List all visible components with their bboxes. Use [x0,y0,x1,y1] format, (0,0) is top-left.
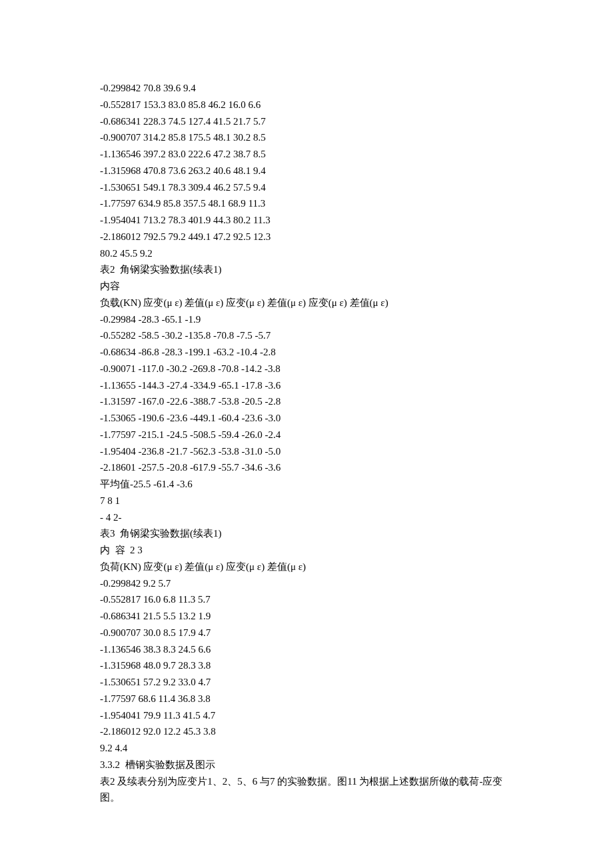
text-line: -0.29984 -28.3 -65.1 -1.9 [100,311,513,328]
text-line: -0.900707 30.0 8.5 17.9 4.7 [100,625,513,641]
text-line: -1.77597 634.9 85.8 357.5 48.1 68.9 11.3 [100,195,513,212]
text-line: -1.315968 48.0 9.7 28.3 3.8 [100,657,513,674]
text-line: -1.77597 -215.1 -24.5 -508.5 -59.4 -26.0… [100,427,513,443]
text-line: 内容 [100,278,513,295]
text-line: -1.315968 470.8 73.6 263.2 40.6 48.1 9.4 [100,163,513,179]
document-body: -0.299842 70.8 39.6 9.4-0.552817 153.3 8… [100,80,513,806]
text-line: 平均值-25.5 -61.4 -3.6 [100,476,513,493]
text-line: -1.53065 -190.6 -23.6 -449.1 -60.4 -23.6… [100,410,513,427]
text-line: -1.136546 38.3 8.3 24.5 6.6 [100,641,513,658]
text-line: -0.90071 -117.0 -30.2 -269.8 -70.8 -14.2… [100,361,513,377]
text-line: -0.55282 -58.5 -30.2 -135.8 -70.8 -7.5 -… [100,327,513,344]
text-line: -0.900707 314.2 85.8 175.5 48.1 30.2 8.5 [100,129,513,146]
text-line: -2.186012 92.0 12.2 45.3 3.8 [100,723,513,740]
text-line: -1.31597 -167.0 -22.6 -388.7 -53.8 -20.5… [100,393,513,410]
text-line: -1.77597 68.6 11.4 36.8 3.8 [100,691,513,707]
text-line: 表2 及续表分别为应变片1、2、5、6 与7 的实验数据。图11 为根据上述数据… [100,773,513,807]
text-line: 表3 角钢梁实验数据(续表1) [100,525,513,542]
text-line: - 4 2- [100,509,513,526]
text-line: 80.2 45.5 9.2 [100,245,513,262]
text-line: -1.530651 57.2 9.2 33.0 4.7 [100,674,513,691]
text-line: -0.552817 16.0 6.8 11.3 5.7 [100,591,513,608]
text-line: -1.954041 713.2 78.3 401.9 44.3 80.2 11.… [100,212,513,229]
text-line: 7 8 1 [100,493,513,509]
text-line: -1.530651 549.1 78.3 309.4 46.2 57.5 9.4 [100,179,513,196]
text-line: -1.954041 79.9 11.3 41.5 4.7 [100,707,513,724]
text-line: 9.2 4.4 [100,740,513,757]
text-line: 负载(KN) 应变(μ ε) 差值(μ ε) 应变(μ ε) 差值(μ ε) 应… [100,295,513,311]
text-line: -1.95404 -236.8 -21.7 -562.3 -53.8 -31.0… [100,443,513,460]
text-line: 3.3.2 槽钢实验数据及图示 [100,757,513,773]
text-line: -0.299842 9.2 5.7 [100,575,513,592]
text-line: -0.299842 70.8 39.6 9.4 [100,80,513,97]
text-line: -1.136546 397.2 83.0 222.6 47.2 38.7 8.5 [100,146,513,163]
text-line: -2.186012 792.5 79.2 449.1 47.2 92.5 12.… [100,229,513,245]
text-line: -0.686341 21.5 5.5 13.2 1.9 [100,608,513,625]
text-line: 负荷(KN) 应变(μ ε) 差值(μ ε) 应变(μ ε) 差值(μ ε) [100,559,513,575]
text-line: -0.552817 153.3 83.0 85.8 46.2 16.0 6.6 [100,97,513,113]
text-line: 内 容 2 3 [100,542,513,559]
text-line: -0.686341 228.3 74.5 127.4 41.5 21.7 5.7 [100,113,513,130]
text-line: -2.18601 -257.5 -20.8 -617.9 -55.7 -34.6… [100,459,513,476]
text-line: 表2 角钢梁实验数据(续表1) [100,261,513,278]
text-line: -1.13655 -144.3 -27.4 -334.9 -65.1 -17.8… [100,377,513,394]
text-line: -0.68634 -86.8 -28.3 -199.1 -63.2 -10.4 … [100,344,513,361]
